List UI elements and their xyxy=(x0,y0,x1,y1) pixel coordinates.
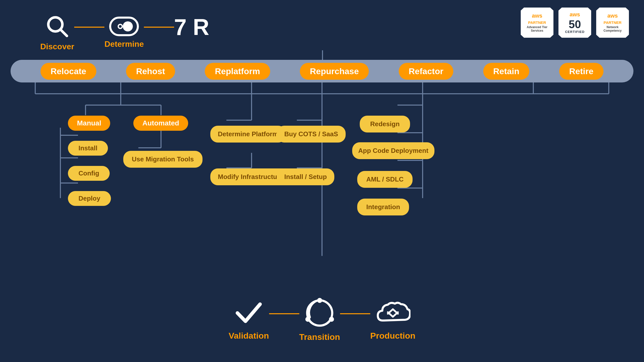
install-setup-pill: Install / Setup xyxy=(277,168,334,185)
discover-item: Discover xyxy=(40,14,74,51)
transition-label: Transition xyxy=(299,332,340,342)
seven-r-label: 7 R xyxy=(174,16,209,38)
retire-pill: Retire xyxy=(559,63,603,80)
badges-container: aws PARTNER Advanced TierServices aws 50… xyxy=(521,8,629,38)
production-icon xyxy=(375,299,411,327)
seven-r-item: 7 R xyxy=(174,16,209,38)
use-migration-tools-item: Use Migration Tools xyxy=(123,151,203,168)
flow-connector-1 xyxy=(74,27,104,28)
app-code-pill: App Code Deployment xyxy=(352,142,434,159)
determine-item: Determine xyxy=(104,16,144,49)
refactor-pill: Refactor xyxy=(399,63,454,80)
aml-sdlc-item: AML / SDLC xyxy=(357,171,413,188)
svg-line-1 xyxy=(60,29,67,36)
badge-partner-advanced: aws PARTNER Advanced TierServices xyxy=(521,8,553,38)
partner-text-1: PARTNER xyxy=(528,20,546,25)
replatform-pill: Replatform xyxy=(205,63,270,80)
aws-logo-1: aws xyxy=(532,13,542,19)
partner-text-3: PARTNER xyxy=(603,20,621,25)
relocate-pill: Relocate xyxy=(41,63,96,80)
integration-pill: Integration xyxy=(357,199,409,215)
manual-header: Manual xyxy=(68,116,110,131)
transition-item: Transition xyxy=(299,298,340,342)
v-line-top xyxy=(322,50,323,60)
manual-pill: Manual xyxy=(68,116,110,131)
rehost-pill: Rehost xyxy=(126,63,175,80)
discover-icon xyxy=(45,14,70,39)
validation-icon xyxy=(235,299,263,327)
buy-cots-pill: Buy COTS / SaaS xyxy=(277,126,346,143)
automated-header: Automated xyxy=(133,116,188,131)
determine-label: Determine xyxy=(104,39,144,49)
retain-pill: Retain xyxy=(483,63,530,80)
seven-r-bar: Relocate Rehost Replatform Repurchase Re… xyxy=(11,60,633,82)
flow-connector-2 xyxy=(144,27,174,28)
determine-platform-item: Determine Platform xyxy=(210,126,286,143)
bottom-flow: Validation Transition xyxy=(229,298,416,342)
transition-icon xyxy=(305,298,335,328)
config-pill: Config xyxy=(68,166,110,181)
app-code-item: App Code Deployment xyxy=(352,142,434,159)
buy-cots-item: Buy COTS / SaaS xyxy=(277,126,346,143)
svg-point-3 xyxy=(123,21,133,31)
repurchase-pill: Repurchase xyxy=(300,63,369,80)
top-flow: Discover Determine 7 R xyxy=(40,14,209,51)
determine-icon xyxy=(109,16,139,36)
badge-partner-network: aws PARTNER NetworkCompetency xyxy=(596,8,629,38)
partner-sub-3: NetworkCompetency xyxy=(603,25,622,33)
production-item: Production xyxy=(370,299,415,341)
redesign-item: Redesign xyxy=(360,116,410,132)
install-item: Install xyxy=(68,141,108,156)
bottom-connector-2 xyxy=(340,313,370,314)
production-label: Production xyxy=(370,331,415,341)
install-setup-item: Install / Setup xyxy=(277,168,334,185)
bottom-connector-1 xyxy=(269,313,299,314)
integration-item: Integration xyxy=(357,199,409,215)
aws-logo-2: aws xyxy=(570,11,580,18)
determine-platform-pill: Determine Platform xyxy=(210,126,286,143)
main-container: { "badges": [ { "id": "badge-partner-adv… xyxy=(0,0,644,362)
partner-sub-1: Advanced TierServices xyxy=(527,25,547,33)
badge-50-certified: aws 50 CERTIFIED xyxy=(558,8,591,38)
svg-point-4 xyxy=(118,24,122,28)
config-item: Config xyxy=(68,166,110,181)
deploy-pill: Deploy xyxy=(68,191,111,206)
validation-item: Validation xyxy=(229,299,269,341)
redesign-pill: Redesign xyxy=(360,116,410,132)
migration-tools-pill: Use Migration Tools xyxy=(123,151,203,168)
certified-number: 50 xyxy=(569,19,581,30)
install-pill: Install xyxy=(68,141,108,156)
deploy-item: Deploy xyxy=(68,191,111,206)
validation-label: Validation xyxy=(229,331,269,341)
aws-logo-3: aws xyxy=(607,13,618,19)
discover-label: Discover xyxy=(40,42,74,51)
automated-pill: Automated xyxy=(133,116,188,131)
aml-sdlc-pill: AML / SDLC xyxy=(357,171,413,188)
certified-text: CERTIFIED xyxy=(565,30,585,34)
